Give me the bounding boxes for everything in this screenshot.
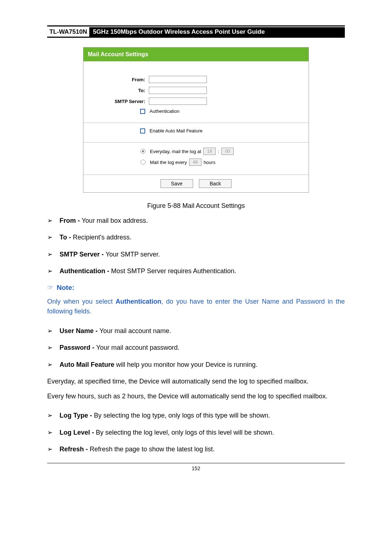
page-number: 152 (192, 465, 200, 471)
label-to: To: (83, 88, 149, 93)
list-item: Log Type - By selecting the log type, on… (47, 411, 345, 420)
section-mail-fields: From: To: SMTP Server: Authentication (83, 68, 309, 123)
label-smtp: SMTP Server: (83, 99, 149, 104)
figure-caption: Figure 5-88 Mail Account Settings (47, 202, 345, 210)
note-body: Only when you select Authentication, do … (47, 297, 345, 316)
section-auto-mail: Enable Auto Mail Feature (83, 123, 309, 142)
label-every-suffix: hours (204, 160, 216, 165)
radio-everyday[interactable] (140, 149, 146, 154)
minute-input[interactable]: 00 (221, 148, 234, 155)
every-hours-input[interactable]: 48 (189, 159, 201, 166)
button-row: Save Back (83, 175, 309, 192)
panel-title: Mail Account Settings (83, 48, 309, 61)
list-item: Log Level - By selecting the log level, … (47, 428, 345, 437)
list-item: To - Recipient's address. (47, 233, 345, 242)
model-number: TL-WA7510N (47, 27, 89, 37)
enable-mail-checkbox[interactable] (140, 128, 145, 134)
label-auth: Authentication (150, 108, 179, 114)
list-item: User Name - Your mail account name. (47, 327, 345, 335)
to-input[interactable] (149, 87, 207, 94)
save-button[interactable]: Save (160, 179, 193, 188)
label-everyday: Everyday, mail the log at (150, 149, 201, 154)
back-button[interactable]: Back (199, 179, 232, 188)
list-item: SMTP Server - Your SMTP server. (47, 250, 345, 259)
label-enable-mail: Enable Auto Mail Feature (150, 128, 203, 134)
radio-every-hours[interactable] (140, 160, 146, 165)
list-item: Authentication - Most SMTP Server requir… (47, 267, 345, 275)
hour-input[interactable]: 18 (203, 148, 216, 155)
list-item: Refresh - Refresh the page to show the l… (47, 445, 345, 454)
mail-settings-panel: Mail Account Settings From: To: SMTP Ser… (83, 47, 309, 193)
guide-title: 5GHz 150Mbps Outdoor Wireless Access Poi… (89, 27, 345, 37)
from-input[interactable] (149, 76, 207, 83)
section-schedule: Everyday, mail the log at 18 : 00 Mail t… (83, 142, 309, 175)
list-item: Password - Your mail account password. (47, 343, 345, 352)
list-item: Auto Mail Feature will help you monitor … (47, 360, 345, 369)
page-footer: 152 (47, 463, 345, 471)
page-header: TL-WA7510N 5GHz 150Mbps Outdoor Wireless… (47, 27, 345, 38)
label-every-pre: Mail the log every (150, 160, 187, 165)
paragraph-every-hours: Every few hours, such as 2 hours, the De… (47, 392, 345, 401)
list-item: From - Your mail box address. (47, 216, 345, 225)
auth-checkbox[interactable] (140, 109, 145, 114)
smtp-input[interactable] (149, 98, 207, 105)
pointing-hand-icon: ☞ (47, 284, 53, 291)
time-colon: : (216, 149, 221, 154)
paragraph-everyday: Everyday, at specified time, the Device … (47, 377, 345, 386)
bullet-list-2: User Name - Your mail account name. Pass… (47, 327, 345, 369)
note-heading: ☞ Note: (47, 283, 345, 292)
bullet-list-1: From - Your mail box address. To - Recip… (47, 216, 345, 275)
bullet-list-3: Log Type - By selecting the log type, on… (47, 411, 345, 454)
label-from: From: (83, 77, 149, 82)
note-label: Note: (57, 284, 74, 291)
